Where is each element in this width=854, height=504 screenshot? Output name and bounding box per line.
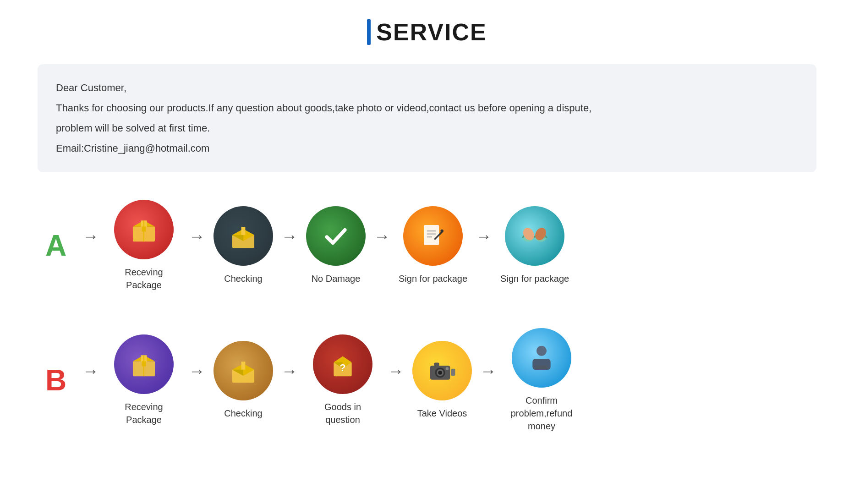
svg-rect-34 [434,363,439,367]
arrow-a0: → [82,227,99,264]
step-a3: No Damage [306,206,366,285]
icon-green-check [306,206,366,266]
open-box-icon [227,220,259,252]
arrow-b1: → [189,362,205,399]
svg-rect-8 [241,227,246,235]
info-line3: problem will be solved at first time. [56,118,798,138]
step-b2-label: Checking [224,407,262,420]
flow-row-b-section: B → Receving Package → [38,323,816,437]
icon-red-pkg [114,200,174,259]
step-b1: Receving Package [107,334,181,426]
step-a5: Sign for package [500,206,569,285]
info-box: Dear Customer, Thanks for choosing our p… [38,64,816,172]
flow-row-a-section: A → Receving Package → [38,195,816,296]
info-line1: Dear Customer, [56,78,798,98]
step-b4: Take Videos [412,341,472,420]
svg-rect-36 [451,369,455,376]
handshake-icon [519,220,551,252]
step-a1-label: Receving Package [107,266,181,291]
svg-point-14 [440,230,443,233]
person-icon [526,342,558,374]
svg-point-16 [533,226,548,242]
arrow-b0: → [82,362,99,399]
step-a1: Receving Package [107,200,181,291]
step-a4: Sign for package [399,206,467,285]
flow-row-b: B → Receving Package → [38,323,816,437]
icon-purple-pkg [114,334,174,394]
step-a2: Checking [214,206,273,285]
svg-text:?: ? [339,362,345,373]
icon-teal-handshake [505,206,564,266]
camera-icon [426,355,458,387]
question-box-icon: ? [327,348,359,380]
step-a4-label: Sign for package [399,272,467,285]
arrow-a4: → [476,227,492,264]
flow-row-a: A → Receving Package → [38,195,816,296]
step-a3-label: No Damage [312,272,361,285]
arrow-a1: → [189,227,205,264]
row-a-letter: A [38,229,74,263]
icon-brown-pkg [214,341,273,400]
info-line2: Thanks for choosing our products.If any … [56,98,798,118]
svg-point-33 [438,371,442,375]
arrow-b4: → [480,362,497,399]
icon-yellow-cam [412,341,472,400]
step-a2-label: Checking [224,272,262,285]
checkmark-icon [320,220,352,252]
arrow-a3: → [374,227,390,264]
svg-point-35 [446,367,449,370]
icon-dark-red-q: ? [313,334,372,394]
svg-point-15 [521,226,536,242]
info-line4: Email:Cristine_jiang@hotmail.com [56,138,798,159]
row-b-letter: B [38,363,74,397]
title-accent-bar [367,19,371,45]
arrow-b3: → [388,362,404,399]
svg-rect-39 [536,366,547,369]
package-icon [128,214,160,246]
step-b5-label: Confirm problem,refund money [505,394,578,433]
step-a5-label: Sign for package [500,272,569,285]
purple-package-icon [128,348,160,380]
step-b2: Checking [214,341,273,420]
icon-orange-sign [403,206,463,266]
arrow-a2: → [281,227,298,264]
page-title-section: SERVICE [367,18,487,46]
brown-open-box-icon [227,355,259,387]
page-title: SERVICE [376,18,487,46]
svg-point-37 [536,346,547,356]
icon-light-blue-person [512,328,571,388]
arrow-b2: → [281,362,298,399]
step-b1-label: Receving Package [107,400,181,426]
icon-dark-teal [214,206,273,266]
step-b4-label: Take Videos [417,407,467,420]
svg-rect-9 [424,225,439,245]
step-b3: ? Goods in question [306,334,379,426]
step-b3-label: Goods in question [306,400,379,426]
document-sign-icon [417,220,449,252]
svg-rect-25 [241,362,246,370]
step-b5: Confirm problem,refund money [505,328,578,433]
